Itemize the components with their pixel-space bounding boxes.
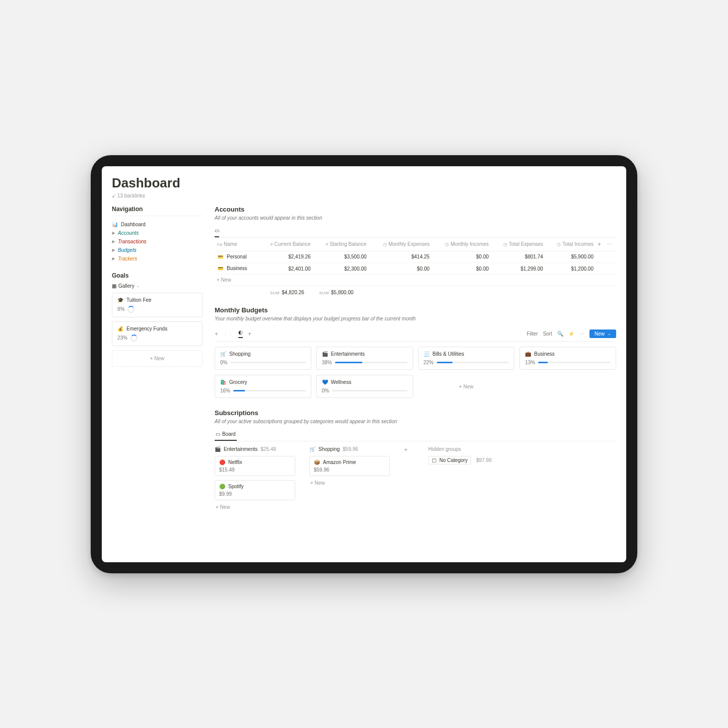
column-title: Entertainments [224, 446, 257, 452]
budgets-toolbar: + ⋮⋮ ◐ + Filter Sort 🔍 ⚡ ⋯ New⌄ [215, 326, 616, 342]
more-icon[interactable]: ⋯ [579, 331, 584, 337]
cell-texp: $1,299.00 [491, 263, 545, 275]
add-view-button[interactable]: + [215, 330, 218, 338]
navigation-heading: Navigation [112, 206, 203, 216]
cell-mexp: $0.00 [369, 263, 432, 275]
col-monthly-expenses[interactable]: ◷Monthly Expenses [369, 238, 432, 251]
shopping-icon: 🛒 [309, 446, 315, 452]
nav-dashboard[interactable]: 📊 Dashboard [112, 220, 203, 229]
budget-card-grocery[interactable]: 🛍️Grocery 16% [215, 375, 311, 398]
goals-view-selector[interactable]: ▦ Gallery ⌄ [112, 283, 203, 289]
subscriptions-desc: All of your active subscriptions grouped… [215, 419, 616, 424]
cell-current: $2,401.00 [257, 263, 313, 275]
no-category-group[interactable]: ▢No Category $97.98 [428, 456, 509, 465]
column-add-new[interactable]: + New [309, 480, 390, 486]
drag-handle-icon[interactable]: ⋮⋮ [223, 331, 233, 337]
cell-starting: $3,500.00 [313, 251, 369, 263]
budget-card-wellness[interactable]: 💙Wellness 0% [316, 375, 413, 398]
budget-add-new[interactable]: + New [418, 375, 515, 398]
accounts-desc: All of your accounts would appear in thi… [215, 215, 616, 221]
budget-card-bills[interactable]: 🧾Bills & Utilities 22% [418, 347, 515, 370]
table-row[interactable]: 💳Personal $2,419.26 $3,500.00 $414.25 $0… [215, 251, 616, 263]
cell-starting: $2,300.00 [313, 263, 369, 275]
clock-icon: ◷ [503, 242, 507, 247]
accounts-view-tab[interactable]: ▭ [215, 226, 219, 237]
goal-card-tuition[interactable]: 🎓 Tuition Fee 8% [112, 293, 203, 317]
shopping-icon: 🛒 [220, 351, 226, 357]
col-total-expenses[interactable]: ◷Total Expenses [491, 238, 545, 251]
col-total-incomes[interactable]: ◷Total Incomes [545, 238, 595, 251]
disclosure-triangle-icon: ▶ [112, 231, 115, 235]
page-title: Dashboard [112, 175, 616, 191]
nav-label: Transactions [118, 239, 147, 244]
more-columns[interactable]: ⋯ [605, 238, 616, 251]
add-column[interactable]: + [595, 238, 605, 251]
new-button[interactable]: New⌄ [589, 329, 616, 338]
empty-icon: ▢ [432, 457, 436, 463]
backlinks-count[interactable]: 13 backlinks [112, 193, 616, 198]
board-hidden-groups: Hidden groups ▢No Category $97.98 [428, 446, 509, 510]
progress-ring-icon [130, 335, 138, 342]
filter-button[interactable]: Filter [526, 331, 538, 337]
number-icon: # [325, 242, 328, 247]
cell-tinc: $5,900.00 [545, 251, 595, 263]
goal-add-new[interactable]: + New [112, 350, 203, 367]
subscription-card-netflix[interactable]: 🔴Netflix $15.49 [215, 456, 295, 476]
nav-budgets[interactable]: ▶ Budgets [112, 246, 203, 254]
table-row[interactable]: 💳Business $2,401.00 $2,300.00 $0.00 $0.0… [215, 263, 616, 275]
dashboard-icon: 📊 [112, 222, 118, 227]
disclosure-triangle-icon: ▶ [112, 248, 115, 252]
disclosure-triangle-icon: ▶ [112, 256, 115, 261]
search-icon[interactable]: 🔍 [557, 331, 563, 337]
card-icon: 💳 [217, 266, 224, 272]
budget-card-business[interactable]: 💼Business 13% [519, 347, 616, 370]
nav-accounts[interactable]: ▶ Accounts [112, 229, 203, 237]
cell-tinc: $1,200.00 [545, 263, 595, 275]
goal-icon: 🎓 [117, 297, 123, 303]
board-add-column[interactable]: + [404, 446, 414, 510]
clock-icon: ◷ [557, 242, 561, 247]
column-add-new[interactable]: + New [215, 504, 295, 510]
col-monthly-incomes[interactable]: ◷Monthly Incomes [432, 238, 491, 251]
main-content: Accounts All of your accounts would appe… [215, 206, 616, 510]
col-current-balance[interactable]: #Current Balance [257, 238, 313, 251]
board-icon: ▭ [216, 431, 220, 437]
automation-icon[interactable]: ⚡ [568, 331, 574, 337]
chevron-down-icon: ⌄ [137, 284, 140, 288]
more-icon: ⋯ [607, 241, 612, 247]
accounts-sum-row: SUM$4,820.26 SUM$5,800.00 [270, 288, 616, 295]
cell-minc: $0.00 [432, 251, 491, 263]
goal-card-emergency[interactable]: 💰 Emergency Funds 23% [112, 321, 203, 346]
goal-progress: 23% [117, 335, 127, 341]
table-add-row[interactable]: + New [215, 275, 616, 286]
sort-button[interactable]: Sort [543, 331, 552, 337]
subscriptions-tabbar: ▭ Board [215, 429, 616, 441]
amazon-icon: 📦 [314, 459, 320, 465]
col-name[interactable]: AaName [215, 238, 257, 251]
accounts-tabbar: ▭ [215, 226, 616, 238]
app-screen: Dashboard 13 backlinks Navigation 📊 Dash… [102, 166, 626, 562]
goal-title: Emergency Funds [126, 326, 167, 332]
table-icon: ▭ [215, 228, 219, 233]
budget-card-entertainments[interactable]: 🎬Entertainments 38% [316, 347, 413, 370]
view-label: Gallery [118, 283, 135, 289]
progress-ring-icon [127, 306, 135, 313]
subscription-card-spotify[interactable]: 🟢Spotify $9.99 [215, 480, 295, 500]
chevron-down-icon: ⌄ [608, 332, 611, 336]
nav-trackers[interactable]: ▶ Trackers [112, 254, 203, 263]
budget-card-shopping[interactable]: 🛒Shopping 0% [215, 347, 311, 370]
col-starting-balance[interactable]: #Starting Balance [313, 238, 369, 251]
board-column-shopping: 🛒 Shopping $59.96 📦Amazon Prime $59.96 +… [309, 446, 390, 510]
entertainment-icon: 🎬 [215, 446, 221, 452]
cell-mexp: $414.25 [369, 251, 432, 263]
subscription-card-amazon[interactable]: 📦Amazon Prime $59.96 [309, 456, 390, 476]
add-view-button-2[interactable]: + [248, 330, 251, 338]
gallery-icon: ▦ [112, 283, 116, 289]
nav-label: Budgets [118, 247, 137, 253]
briefcase-icon: 💼 [525, 351, 531, 357]
entertainment-icon: 🎬 [322, 351, 328, 357]
nav-transactions[interactable]: ▶ Transactions [112, 237, 203, 246]
column-title: Shopping [318, 446, 340, 452]
board-tab[interactable]: ▭ Board [215, 429, 237, 441]
board-view-tab[interactable]: ◐ [238, 329, 243, 338]
